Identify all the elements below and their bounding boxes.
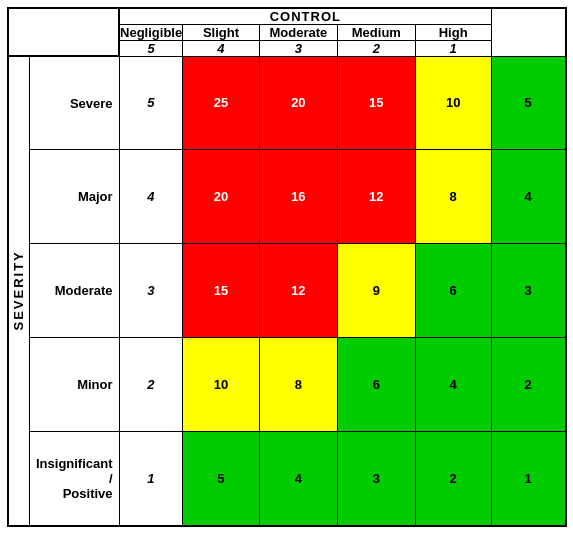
severity-label: SEVERITY (8, 56, 30, 526)
cell-r3-c1: 8 (259, 338, 337, 432)
row-num-2: 2 (119, 338, 183, 432)
cell-r4-c3: 2 (415, 432, 491, 526)
col-header-moderate: Moderate (259, 24, 337, 40)
cell-r3-c2: 6 (338, 338, 416, 432)
row-num-5: 5 (119, 56, 183, 150)
cell-r3-c0: 10 (183, 338, 260, 432)
col-num-3: 3 (259, 40, 337, 56)
cell-r3-c4: 2 (491, 338, 565, 432)
risk-matrix: CONTROL Negligible Slight Moderate Mediu… (7, 7, 567, 527)
row-num-3: 3 (119, 244, 183, 338)
cell-r1-c4: 4 (491, 150, 565, 244)
cell-r4-c1: 4 (259, 432, 337, 526)
cell-r1-c0: 20 (183, 150, 260, 244)
col-header-negligible: Negligible (119, 24, 183, 40)
cell-r3-c3: 4 (415, 338, 491, 432)
corner-cell (8, 8, 120, 57)
cell-r0-c2: 15 (338, 56, 416, 150)
cell-r1-c1: 16 (259, 150, 337, 244)
row-label-minor: Minor (29, 338, 119, 432)
cell-r2-c4: 3 (491, 244, 565, 338)
cell-r1-c3: 8 (415, 150, 491, 244)
row-label-severe: Severe (29, 56, 119, 150)
cell-r2-c3: 6 (415, 244, 491, 338)
cell-r1-c2: 12 (338, 150, 416, 244)
col-header-medium: Medium (338, 24, 416, 40)
row-num-4: 4 (119, 150, 183, 244)
col-header-slight: Slight (183, 24, 260, 40)
cell-r2-c0: 15 (183, 244, 260, 338)
cell-r0-c0: 25 (183, 56, 260, 150)
col-num-1: 1 (415, 40, 491, 56)
cell-r4-c0: 5 (183, 432, 260, 526)
cell-r2-c2: 9 (338, 244, 416, 338)
row-label-major: Major (29, 150, 119, 244)
cell-r0-c3: 10 (415, 56, 491, 150)
row-label-moderate: Moderate (29, 244, 119, 338)
col-num-2: 2 (338, 40, 416, 56)
cell-r2-c1: 12 (259, 244, 337, 338)
col-num-5: 5 (119, 40, 183, 56)
row-num-1: 1 (119, 432, 183, 526)
cell-r0-c1: 20 (259, 56, 337, 150)
row-label-insignificant-/-positive: Insignificant / Positive (29, 432, 119, 526)
col-header-high: High (415, 24, 491, 40)
cell-r4-c4: 1 (491, 432, 565, 526)
cell-r0-c4: 5 (491, 56, 565, 150)
control-header: CONTROL (119, 8, 491, 25)
cell-r4-c2: 3 (338, 432, 416, 526)
col-num-4: 4 (183, 40, 260, 56)
